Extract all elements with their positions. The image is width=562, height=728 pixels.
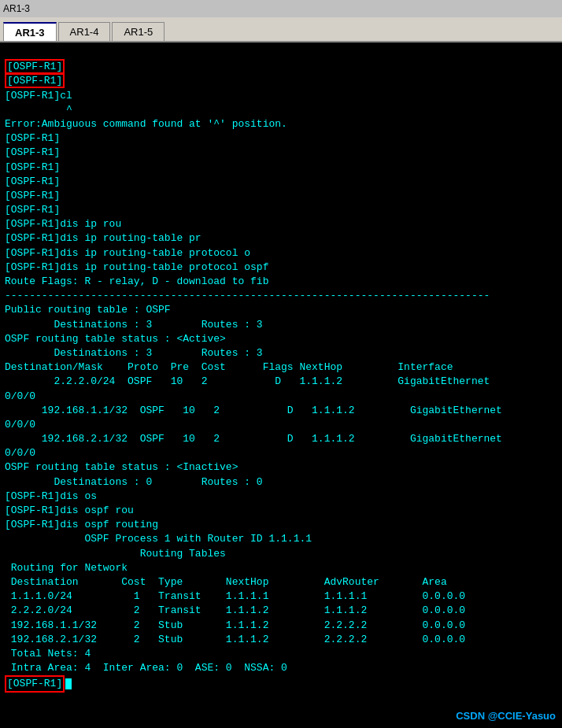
- cursor-line[interactable]: [OSPF-R1]: [5, 675, 557, 693]
- terminal-line: [OSPF-R1]dis ip routing-table protocol o: [5, 246, 557, 261]
- terminal-line: 192.168.2.1/32 OSPF 10 2 D 1.1.1.2 Gigab…: [5, 432, 557, 446]
- terminal-line: Destinations : 0 Routes : 0: [5, 475, 557, 490]
- terminal-line: [OSPF-R1]dis ospf routing: [5, 518, 557, 532]
- terminal-line: Destinations : 3 Routes : 3: [5, 346, 557, 360]
- terminal-line: Public routing table : OSPF: [5, 303, 557, 317]
- terminal-line: OSPF Process 1 with Router ID 1.1.1.1: [5, 532, 557, 546]
- terminal-line: 1.1.1.0/24 1 Transit 1.1.1.1 1.1.1.1 0.0…: [5, 589, 557, 604]
- terminal-line: Routing Tables: [5, 547, 557, 561]
- terminal-line: OSPF routing table status : <Inactive>: [5, 460, 557, 475]
- terminal-line: [OSPF-R1]: [5, 175, 557, 189]
- terminal-line: 0/0/0: [5, 390, 557, 404]
- terminal-line: 2.2.2.0/24 2 Transit 1.1.1.2 1.1.1.2 0.0…: [5, 604, 557, 618]
- terminal-line: 192.168.1.1/32 OSPF 10 2 D 1.1.1.2 Gigab…: [5, 404, 557, 418]
- terminal-line: [OSPF-R1]dis ip rou: [5, 217, 557, 231]
- terminal-line: Error:Ambiguous command found at '^' pos…: [5, 117, 557, 131]
- terminal-line: [OSPF-R1]: [5, 161, 557, 175]
- tab-bar: AR1-3 AR1-4 AR1-5: [0, 17, 562, 42]
- terminal: [OSPF-R1][OSPF-R1][OSPF-R1]cl ^Error:Amb…: [0, 42, 562, 728]
- terminal-line: Intra Area: 4 Inter Area: 0 ASE: 0 NSSA:…: [5, 661, 557, 675]
- terminal-line: Destinations : 3 Routes : 3: [5, 318, 557, 332]
- terminal-line: [OSPF-R1]: [5, 189, 557, 203]
- terminal-line: ----------------------------------------…: [5, 289, 557, 303]
- terminal-line: Route Flags: R - relay, D - download to …: [5, 275, 557, 289]
- title-text: AR1-3: [3, 3, 30, 14]
- terminal-line: [OSPF-R1]dis os: [5, 490, 557, 504]
- terminal-line: OSPF routing table status : <Active>: [5, 332, 557, 346]
- terminal-line: Destination Cost Type NextHop AdvRouter …: [5, 575, 557, 589]
- watermark: CSDN @CCIE-Yasuo: [456, 710, 556, 722]
- terminal-line: [OSPF-R1]cl: [5, 89, 557, 103]
- terminal-line: [OSPF-R1]: [5, 203, 557, 217]
- terminal-line: [OSPF-R1]: [5, 74, 557, 88]
- tab-ar1-3[interactable]: AR1-3: [3, 22, 57, 41]
- terminal-line: [OSPF-R1]dis ospf rou: [5, 504, 557, 518]
- tab-ar1-5[interactable]: AR1-5: [112, 22, 165, 41]
- terminal-line: 192.168.2.1/32 2 Stub 1.1.1.2 2.2.2.2 0.…: [5, 633, 557, 647]
- terminal-line: Total Nets: 4: [5, 647, 557, 661]
- terminal-line: [OSPF-R1]dis ip routing-table pr: [5, 231, 557, 246]
- terminal-line: Destination/Mask Proto Pre Cost Flags Ne…: [5, 360, 557, 375]
- terminal-line: 0/0/0: [5, 446, 557, 460]
- title-bar: AR1-3: [0, 0, 562, 17]
- terminal-line: 0/0/0: [5, 418, 557, 432]
- tab-ar1-4[interactable]: AR1-4: [58, 22, 111, 41]
- terminal-line: ^: [5, 103, 557, 117]
- terminal-line: [OSPF-R1]: [5, 60, 557, 74]
- terminal-line: [OSPF-R1]: [5, 146, 557, 160]
- terminal-line: 2.2.2.0/24 OSPF 10 2 D 1.1.1.2 GigabitEt…: [5, 375, 557, 389]
- terminal-line: Routing for Network: [5, 561, 557, 575]
- terminal-line: [OSPF-R1]: [5, 131, 557, 146]
- terminal-line: [OSPF-R1]dis ip routing-table protocol o…: [5, 261, 557, 275]
- terminal-line: 192.168.1.1/32 2 Stub 1.1.1.2 2.2.2.2 0.…: [5, 619, 557, 633]
